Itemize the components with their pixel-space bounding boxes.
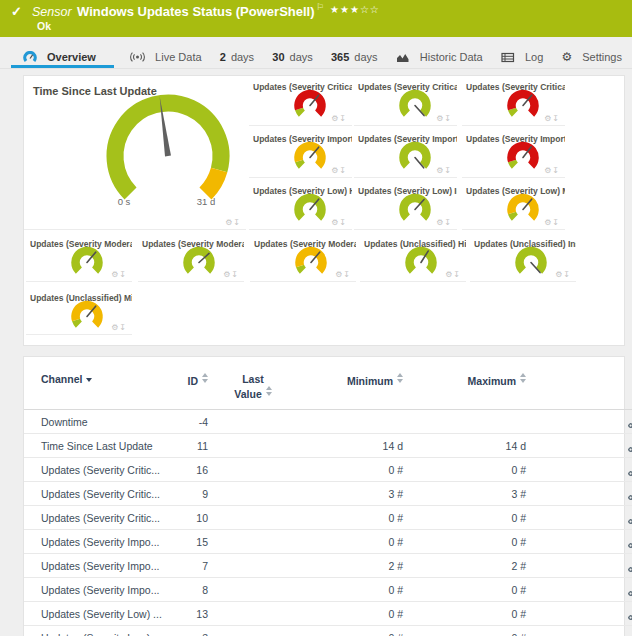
cell-max: 14 d — [403, 434, 526, 458]
pin-icon[interactable]: ↧ — [552, 114, 560, 123]
channel-edit-icon[interactable] — [627, 632, 632, 636]
channel-settings-cell — [526, 482, 632, 506]
col-header-id[interactable]: ID — [181, 357, 208, 410]
tile-actions: ⚙↧ — [555, 270, 571, 279]
gauges-panel: Time Since Last Update 0 s 31 d ⚙↧ Updat… — [23, 75, 625, 346]
sort-icon — [520, 373, 526, 383]
gauge — [501, 88, 545, 119]
cell-min — [298, 410, 403, 434]
tile-actions: ⚙↧ — [436, 114, 452, 123]
cell-id: 16 — [181, 458, 208, 482]
cell-channel: Updates (Severity Low) ... — [24, 626, 181, 636]
gauge-tile: Updates (Unclassified) Hidden⚙↧ — [360, 233, 466, 282]
pin-icon[interactable]: ↧ — [552, 218, 560, 227]
pin-icon[interactable]: ↧ — [444, 166, 452, 175]
cell-channel: Updates (Severity Low) ... — [24, 602, 181, 626]
channel-settings-cell — [526, 458, 632, 482]
col-header-minimum[interactable]: Minimum — [298, 357, 403, 410]
table-row: Updates (Severity Impo...80 #0 # — [24, 578, 632, 602]
pin-icon[interactable]: ↧ — [339, 166, 347, 175]
tab-live-data[interactable]: Live Data — [128, 47, 203, 68]
pin-icon[interactable]: ↧ — [343, 270, 351, 279]
col-header-maximum[interactable]: Maximum — [403, 357, 526, 410]
channel-edit-icon[interactable] — [627, 536, 632, 549]
cell-id: 15 — [181, 530, 208, 554]
col-header-last-value[interactable]: LastValue — [208, 357, 298, 410]
cell-channel: Updates (Severity Impo... — [24, 554, 181, 578]
cell-last — [208, 482, 298, 506]
channel-edit-icon[interactable] — [627, 512, 632, 525]
channel-edit-icon[interactable] — [627, 584, 632, 597]
tab-historic-data[interactable]: Historic Data — [394, 47, 485, 68]
cell-last — [208, 434, 298, 458]
pin-icon[interactable]: ↧ — [444, 114, 452, 123]
tile-actions: ⚙↧ — [331, 218, 347, 227]
pin-icon[interactable]: ↧ — [552, 166, 560, 175]
channel-edit-icon[interactable] — [627, 608, 632, 621]
channel-edit-icon[interactable] — [627, 440, 632, 453]
pin-icon[interactable]: ↧ — [119, 270, 127, 279]
tab-overview[interactable]: Overview — [11, 47, 114, 68]
gauge — [399, 245, 443, 276]
gauge — [393, 192, 437, 223]
gauge-tile: Updates (Severity Moderate) I...⚙↧ — [138, 233, 244, 282]
channel-edit-icon[interactable] — [627, 416, 632, 429]
pin-icon[interactable]: ↧ — [339, 218, 347, 227]
cell-min: 0 # — [298, 602, 403, 626]
gauge-tile: Updates (Severity Critical) Mi...⚙↧ — [462, 76, 565, 126]
tab-settings[interactable]: ⚙ Settings — [559, 47, 624, 68]
gauge — [288, 88, 332, 119]
tile-actions: ⚙↧ — [331, 166, 347, 175]
pin-icon[interactable]: ↧ — [339, 114, 347, 123]
cell-last — [208, 410, 298, 434]
pin-icon[interactable]: ↧ — [563, 270, 571, 279]
pin-icon[interactable]: ↧ — [119, 323, 127, 332]
cell-last — [208, 626, 298, 636]
gauge — [288, 192, 332, 223]
tab-365-days[interactable]: 365days — [329, 47, 380, 68]
channel-edit-icon[interactable] — [627, 560, 632, 573]
cell-channel: Downtime — [24, 410, 181, 434]
gauge-max-label: 31 d — [184, 196, 228, 207]
gauge — [501, 192, 545, 223]
tab-bar: Overview Live Data 2days 30days 365days … — [0, 45, 632, 69]
cell-last — [208, 458, 298, 482]
cell-max — [403, 410, 526, 434]
cell-max: 0 # — [403, 626, 526, 636]
channel-settings-cell — [526, 578, 632, 602]
pin-icon[interactable]: ↧ — [444, 218, 452, 227]
cell-channel: Updates (Severity Critic... — [24, 482, 181, 506]
cell-max: 0 # — [403, 530, 526, 554]
priority-flag-icon[interactable]: ⚐ — [316, 2, 324, 12]
status-badge: Ok — [37, 20, 51, 32]
channel-settings-cell — [526, 410, 632, 434]
tile-actions: ⚙↧ — [335, 270, 351, 279]
cell-id: 7 — [181, 554, 208, 578]
gauge — [177, 245, 221, 276]
channel-edit-icon[interactable] — [627, 464, 632, 477]
gauge — [288, 140, 332, 171]
page-title: Windows Updates Status (PowerShell) — [77, 4, 315, 19]
channel-settings-cell — [526, 434, 632, 458]
gauge-tile: Updates (Severity Low) Missi...⚙↧ — [462, 180, 565, 230]
col-header-channel[interactable]: Channel — [24, 357, 181, 410]
channel-settings-cell — [526, 506, 632, 530]
pin-icon[interactable]: ↧ — [453, 270, 461, 279]
cell-max: 0 # — [403, 602, 526, 626]
tab-log[interactable]: Log — [499, 47, 545, 68]
tile-actions: ⚙↧ — [223, 270, 239, 279]
pin-icon[interactable]: ↧ — [233, 218, 241, 227]
cell-id: -4 — [181, 410, 208, 434]
channel-edit-icon[interactable] — [627, 488, 632, 501]
gauge — [65, 299, 109, 330]
tile-actions: ⚙↧ — [544, 114, 560, 123]
priority-stars[interactable]: ★★★☆☆ — [330, 4, 380, 15]
cell-id: 13 — [181, 602, 208, 626]
channel-settings-cell — [526, 626, 632, 636]
channel-table-panel: Channel ID LastValue Minimum Maximum Dow… — [23, 356, 625, 636]
tab-30-days[interactable]: 30days — [270, 47, 315, 68]
gauge-tile: Updates (Severity Important) ...⚙↧ — [249, 128, 352, 178]
tab-2-days[interactable]: 2days — [218, 47, 256, 68]
pin-icon[interactable]: ↧ — [231, 270, 239, 279]
gauge — [393, 140, 437, 171]
